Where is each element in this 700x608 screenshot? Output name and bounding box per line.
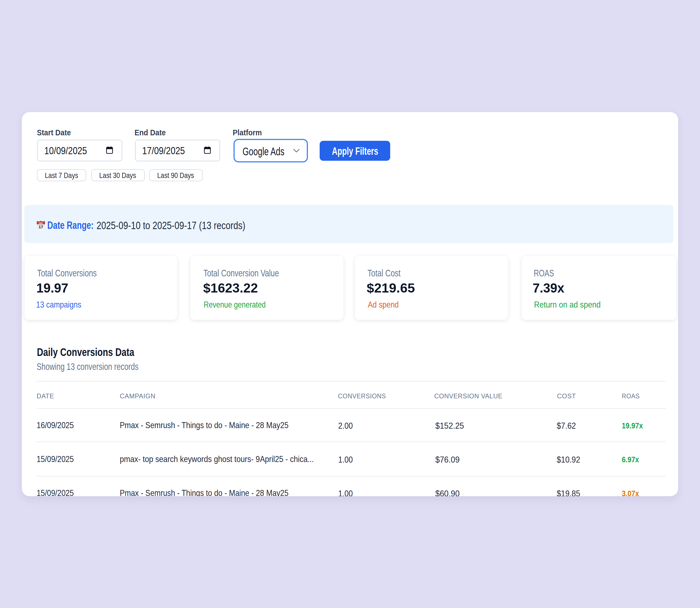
svg-text:17: 17 xyxy=(39,225,43,229)
svg-text:JUL: JUL xyxy=(39,222,43,225)
